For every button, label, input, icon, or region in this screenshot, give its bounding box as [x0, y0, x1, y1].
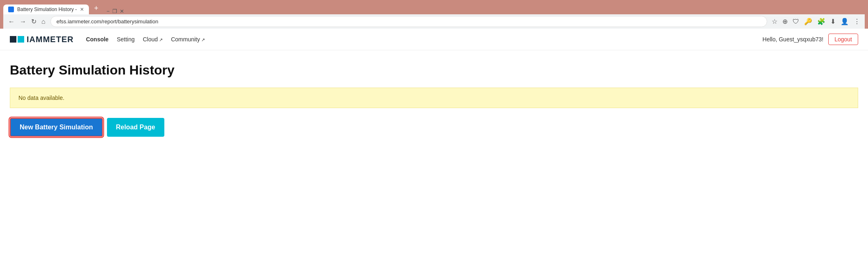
restore-button[interactable]: ❐ — [112, 8, 117, 14]
new-tab-button[interactable]: + — [91, 2, 102, 14]
logo-square-dark — [10, 36, 16, 43]
address-bar: ← → ↻ ⌂ ☆ ⊕ 🛡 🔑 🧩 ⬇ 👤 ⋮ — [3, 14, 865, 29]
window-controls: − ❐ ✕ — [107, 8, 124, 14]
action-buttons: New Battery Simulation Reload Page — [10, 118, 858, 137]
page-content: Battery Simulation History No data avail… — [0, 50, 868, 149]
close-window-button[interactable]: ✕ — [120, 8, 124, 14]
tab-favicon — [8, 7, 14, 12]
translate-icon[interactable]: ⊕ — [781, 16, 789, 27]
no-data-message: No data available. — [18, 95, 64, 101]
url-input[interactable] — [50, 16, 767, 27]
bookmark-icon[interactable]: ☆ — [770, 16, 779, 27]
menu-icon[interactable]: ⋮ — [852, 16, 861, 27]
password-icon[interactable]: 🔑 — [803, 16, 813, 27]
page-title: Battery Simulation History — [10, 63, 858, 78]
browser-action-icons: ☆ ⊕ 🛡 🔑 🧩 ⬇ 👤 ⋮ — [770, 16, 861, 27]
shield-icon[interactable]: 🛡 — [791, 17, 800, 27]
tab-close-button[interactable]: ✕ — [80, 7, 84, 12]
extension-icon[interactable]: 🧩 — [816, 16, 827, 27]
no-data-banner: No data available. — [10, 88, 858, 108]
nav-console[interactable]: Console — [86, 36, 109, 43]
reload-page-button[interactable]: Reload Page — [107, 118, 164, 137]
page-wrapper: IAMMETER Console Setting Cloud Community… — [0, 29, 868, 233]
tab-title: Battery Simulation History - — [17, 7, 77, 12]
nav-setting[interactable]: Setting — [117, 36, 135, 43]
greeting-text: Hello, Guest_ysqxub73! — [763, 36, 824, 43]
logo-text: IAMMETER — [27, 35, 74, 44]
forward-button[interactable]: → — [18, 16, 28, 27]
navbar: IAMMETER Console Setting Cloud Community… — [0, 29, 868, 50]
new-battery-simulation-button[interactable]: New Battery Simulation — [10, 118, 103, 137]
active-tab: Battery Simulation History - ✕ — [3, 5, 89, 14]
nav-right: Hello, Guest_ysqxub73! Logout — [763, 34, 858, 45]
profile-icon[interactable]: 👤 — [839, 16, 850, 27]
tab-bar: Battery Simulation History - ✕ + − ❐ ✕ — [3, 2, 865, 14]
browser-chrome: Battery Simulation History - ✕ + − ❐ ✕ ←… — [0, 0, 868, 29]
reload-browser-button[interactable]: ↻ — [30, 16, 38, 27]
nav-cloud[interactable]: Cloud — [143, 36, 163, 43]
logo: IAMMETER — [10, 35, 74, 44]
logo-square-blue — [18, 36, 24, 43]
logo-icon — [10, 36, 24, 43]
minimize-button[interactable]: − — [107, 8, 110, 14]
logout-button[interactable]: Logout — [828, 34, 858, 45]
nav-buttons: ← → ↻ ⌂ — [7, 16, 47, 27]
back-button[interactable]: ← — [7, 16, 16, 27]
download-icon[interactable]: ⬇ — [829, 16, 837, 27]
nav-community[interactable]: Community — [171, 36, 205, 43]
nav-links: Console Setting Cloud Community — [86, 36, 205, 43]
home-button[interactable]: ⌂ — [40, 16, 47, 27]
